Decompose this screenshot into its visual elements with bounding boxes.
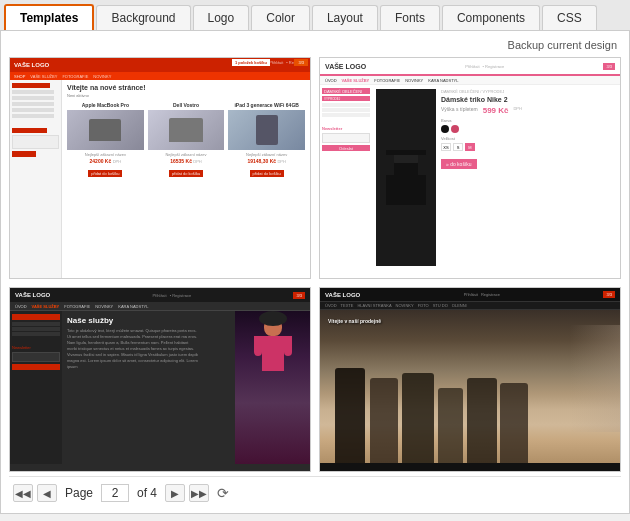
template-3[interactable]: VAŠE LOGO Přihlásit • Registrace 3/3 ÚVO… bbox=[9, 287, 311, 472]
tab-layout[interactable]: Layout bbox=[312, 5, 378, 30]
tmpl3-logo: VAŠE LOGO bbox=[15, 292, 50, 298]
tmpl2-logo: VAŠE LOGO bbox=[325, 63, 366, 70]
refresh-button[interactable]: ⟳ bbox=[213, 483, 233, 503]
template-1[interactable]: VAŠE LOGO Přihlásit • Registrace 1 polož… bbox=[9, 57, 311, 279]
template-4[interactable]: VAŠE LOGO Přihlásit Registrace 3/3 ÚVOD … bbox=[319, 287, 621, 472]
tab-background[interactable]: Background bbox=[96, 5, 190, 30]
templates-grid: VAŠE LOGO Přihlásit • Registrace 1 polož… bbox=[9, 57, 621, 472]
tab-color[interactable]: Color bbox=[251, 5, 310, 30]
tmpl2-add-to-cart: » do košíku bbox=[441, 159, 477, 169]
backup-link[interactable]: Backup current design bbox=[9, 39, 621, 51]
total-pages: of 4 bbox=[137, 486, 157, 500]
last-page-button[interactable]: ▶▶ bbox=[189, 484, 209, 502]
prev-page-button[interactable]: ◀ bbox=[37, 484, 57, 502]
tab-fonts[interactable]: Fonts bbox=[380, 5, 440, 30]
main-content: Backup current design VAŠE LOGO Přihlási… bbox=[0, 31, 630, 514]
tab-bar: Templates Background Logo Color Layout F… bbox=[0, 0, 630, 31]
pagination: ◀◀ ◀ Page of 4 ▶ ▶▶ ⟳ bbox=[9, 476, 621, 505]
tab-components[interactable]: Components bbox=[442, 5, 540, 30]
next-page-button[interactable]: ▶ bbox=[165, 484, 185, 502]
first-page-button[interactable]: ◀◀ bbox=[13, 484, 33, 502]
tmpl2-product-name: Dámské triko Nike 2 bbox=[441, 96, 616, 103]
tmpl2-price: 599 Kč bbox=[483, 106, 509, 115]
page-input[interactable] bbox=[101, 484, 129, 502]
tmpl1-logo: VAŠE LOGO bbox=[14, 62, 49, 68]
tab-css[interactable]: CSS bbox=[542, 5, 597, 30]
tab-templates[interactable]: Templates bbox=[4, 4, 94, 30]
page-label: Page bbox=[65, 486, 93, 500]
tab-logo[interactable]: Logo bbox=[193, 5, 250, 30]
tmpl4-logo: VAŠE LOGO bbox=[325, 292, 360, 298]
tmpl1-welcome: Vítejte na nové stránce! bbox=[67, 84, 305, 91]
template-2[interactable]: VAŠE LOGO Přihlásit • Registrace 3/3 ÚVO… bbox=[319, 57, 621, 279]
